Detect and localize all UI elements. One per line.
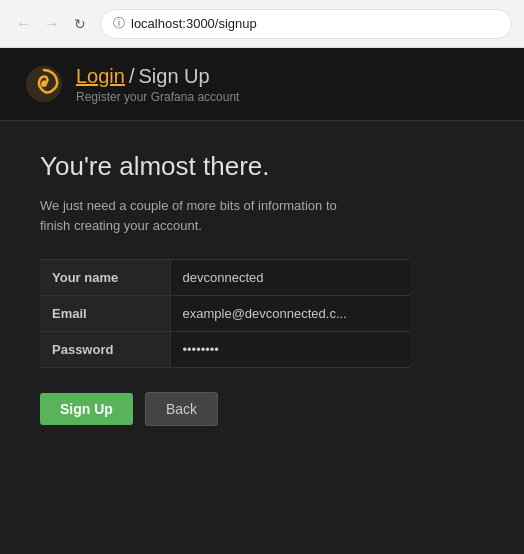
back-button[interactable]: Back [145, 392, 218, 426]
email-input-cell [170, 296, 410, 332]
svg-point-1 [41, 81, 47, 87]
form-row-password: Password [40, 332, 410, 368]
form-row-email: Email [40, 296, 410, 332]
email-label: Email [40, 296, 170, 332]
title-line: Login / Sign Up [76, 65, 239, 88]
refresh-button[interactable]: ↻ [68, 12, 92, 36]
password-input[interactable] [171, 332, 411, 367]
signup-button[interactable]: Sign Up [40, 393, 133, 425]
signup-text: Sign Up [139, 65, 210, 88]
name-input-cell [170, 260, 410, 296]
url-text: localhost:3000/signup [131, 16, 257, 31]
login-link[interactable]: Login [76, 65, 125, 88]
header: Login / Sign Up Register your Grafana ac… [0, 48, 524, 121]
email-input[interactable] [171, 296, 411, 331]
password-label: Password [40, 332, 170, 368]
main-content: You're almost there. We just need a coup… [0, 121, 524, 554]
name-label: Your name [40, 260, 170, 296]
browser-nav: ← → ↻ [12, 12, 92, 36]
main-description: We just need a couple of more bits of in… [40, 196, 340, 235]
browser-chrome: ← → ↻ ⓘ localhost:3000/signup [0, 0, 524, 48]
signup-form: Your name Email Password [40, 259, 410, 368]
header-subtitle: Register your Grafana account [76, 90, 239, 104]
form-row-name: Your name [40, 260, 410, 296]
page: Login / Sign Up Register your Grafana ac… [0, 48, 524, 554]
header-title: Login / Sign Up Register your Grafana ac… [76, 65, 239, 104]
main-heading: You're almost there. [40, 151, 484, 182]
forward-button[interactable]: → [40, 12, 64, 36]
button-row: Sign Up Back [40, 392, 484, 426]
name-input[interactable] [171, 260, 411, 295]
address-bar[interactable]: ⓘ localhost:3000/signup [100, 9, 512, 39]
grafana-logo [24, 64, 64, 104]
back-button[interactable]: ← [12, 12, 36, 36]
title-separator: / [129, 65, 135, 88]
password-input-cell [170, 332, 410, 368]
lock-icon: ⓘ [113, 15, 125, 32]
